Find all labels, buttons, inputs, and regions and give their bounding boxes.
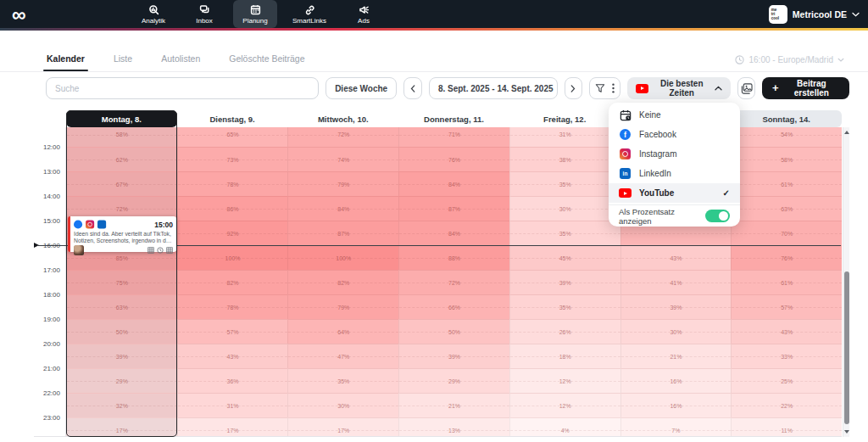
heat-cell-11:00-day1[interactable]: 65%	[177, 127, 288, 147]
heat-cell-13:00-day1[interactable]: 78%	[177, 171, 288, 196]
heat-cell-11:00-day3[interactable]: 71%	[398, 127, 509, 147]
day-header-0[interactable]: Montag, 8.	[66, 110, 177, 127]
day-header-6[interactable]: Sonntag, 14.	[731, 110, 842, 127]
heat-cell-18:00-day5[interactable]: 39%	[620, 294, 732, 319]
this-week-button[interactable]: Diese Woche	[326, 77, 397, 99]
heat-cell-23:00-day3[interactable]: 13%	[398, 417, 509, 437]
heat-cell-13:00-day0[interactable]: 67%	[66, 171, 177, 196]
account-menu[interactable]: metricool Metricool DE	[769, 0, 860, 28]
heat-cell-19:00-day5[interactable]: 30%	[620, 319, 732, 344]
heat-cell-14:00-day3[interactable]: 87%	[398, 196, 509, 221]
heat-cell-17:00-day6[interactable]: 61%	[731, 270, 842, 294]
heat-cell-15:00-day4[interactable]: 35%	[509, 221, 620, 245]
best-times-button[interactable]: Die besten Zeiten	[627, 77, 731, 99]
heat-cell-21:00-day1[interactable]: 36%	[177, 368, 288, 393]
heat-cell-18:00-day6[interactable]: 57%	[731, 294, 842, 319]
heat-cell-21:00-day5[interactable]: 16%	[620, 368, 732, 393]
day-header-4[interactable]: Freitag, 12.	[509, 110, 620, 127]
heat-cell-14:00-day6[interactable]: 63%	[731, 196, 842, 221]
heat-cell-15:00-day3[interactable]: 84%	[398, 221, 509, 245]
heat-cell-19:00-day1[interactable]: 57%	[177, 319, 288, 344]
nav-item-ads[interactable]: Ads	[342, 0, 386, 28]
heat-cell-12:00-day1[interactable]: 73%	[177, 147, 288, 171]
heat-cell-18:00-day2[interactable]: 79%	[287, 294, 398, 319]
heat-cell-11:00-day6[interactable]: 54%	[731, 127, 842, 147]
vertical-scrollbar[interactable]	[843, 127, 849, 437]
menu-option-facebook[interactable]: f Facebook	[609, 125, 740, 144]
menu-option-youtube[interactable]: YouTube✓	[609, 183, 740, 203]
grid-view-icon[interactable]	[147, 247, 154, 254]
heat-cell-18:00-day0[interactable]: 63%	[66, 294, 177, 319]
scroll-down-icon[interactable]	[844, 430, 849, 434]
heat-cell-11:00-day2[interactable]: 72%	[287, 127, 398, 147]
heat-cell-23:00-day6[interactable]: 11%	[731, 417, 842, 437]
nav-item-planung[interactable]: Planung	[233, 0, 277, 28]
heat-cell-15:00-day6[interactable]: 70%	[731, 221, 842, 245]
heat-cell-20:00-day0[interactable]: 39%	[66, 344, 177, 368]
heat-cell-18:00-day1[interactable]: 78%	[177, 294, 288, 319]
nav-item-analytik[interactable]: Analytik	[131, 0, 175, 28]
heat-cell-22:00-day5[interactable]: 16%	[620, 393, 732, 417]
heat-cell-13:00-day4[interactable]: 35%	[509, 171, 620, 196]
nav-item-smartlinks[interactable]: SmartLinks	[284, 0, 335, 28]
heat-cell-19:00-day0[interactable]: 50%	[66, 319, 177, 344]
bulk-posts-button[interactable]	[737, 77, 755, 99]
menu-option-linkedin[interactable]: in LinkedIn	[609, 164, 740, 183]
heat-cell-22:00-day4[interactable]: 12%	[509, 393, 620, 417]
heat-cell-16:00-day2[interactable]: 100%	[287, 245, 398, 270]
heat-cell-13:00-day6[interactable]: 61%	[731, 171, 842, 196]
heat-cell-16:00-day1[interactable]: 100%	[177, 245, 288, 270]
date-range-button[interactable]: 8. Sept. 2025 - 14. Sept. 2025	[429, 77, 558, 99]
heat-cell-17:00-day4[interactable]: 39%	[509, 270, 620, 294]
heat-cell-12:00-day0[interactable]: 62%	[66, 147, 177, 171]
heat-cell-20:00-day6[interactable]: 33%	[731, 344, 842, 368]
heat-cell-22:00-day2[interactable]: 30%	[287, 393, 398, 417]
heat-cell-13:00-day3[interactable]: 84%	[398, 171, 509, 196]
heat-cell-22:00-day6[interactable]: 22%	[731, 393, 842, 417]
heat-cell-21:00-day6[interactable]: 25%	[731, 368, 842, 393]
heat-cell-19:00-day3[interactable]: 50%	[398, 319, 509, 344]
heat-cell-17:00-day1[interactable]: 82%	[177, 270, 288, 294]
heat-cell-13:00-day2[interactable]: 79%	[287, 171, 398, 196]
nav-item-inbox[interactable]: Inbox	[182, 0, 226, 28]
tab-kalender[interactable]: Kalender	[47, 53, 85, 71]
heat-cell-18:00-day3[interactable]: 66%	[398, 294, 509, 319]
heat-cell-20:00-day2[interactable]: 47%	[287, 344, 398, 368]
search-input[interactable]	[46, 77, 319, 99]
tab-geloeschte[interactable]: Gelöschte Beiträge	[229, 53, 304, 71]
heat-cell-21:00-day2[interactable]: 35%	[287, 368, 398, 393]
timezone-indicator[interactable]: 16:00 - Europe/Madrid	[735, 55, 844, 64]
heat-cell-19:00-day6[interactable]: 43%	[731, 319, 842, 344]
heat-cell-21:00-day3[interactable]: 29%	[398, 368, 509, 393]
heat-cell-17:00-day0[interactable]: 75%	[66, 270, 177, 294]
percent-toggle-switch[interactable]	[705, 210, 730, 222]
prev-week-button[interactable]	[403, 77, 422, 99]
next-week-button[interactable]	[565, 77, 583, 99]
day-header-2[interactable]: Mittwoch, 10.	[287, 110, 398, 127]
heat-cell-11:00-day4[interactable]: 31%	[509, 127, 620, 147]
heat-cell-23:00-day2[interactable]: 17%	[287, 417, 398, 437]
heat-cell-22:00-day3[interactable]: 21%	[398, 393, 509, 417]
heat-cell-23:00-day4[interactable]: 4%	[509, 417, 620, 437]
heat-cell-14:00-day1[interactable]: 86%	[177, 196, 288, 221]
heat-cell-17:00-day2[interactable]: 82%	[287, 270, 398, 294]
menu-option-instagram[interactable]: Instagram	[609, 144, 740, 164]
day-header-3[interactable]: Donnerstag, 11.	[398, 110, 509, 127]
heat-cell-12:00-day2[interactable]: 74%	[287, 147, 398, 171]
heat-cell-19:00-day2[interactable]: 64%	[287, 319, 398, 344]
heat-cell-16:00-day6[interactable]: 76%	[731, 245, 842, 270]
heat-cell-16:00-day5[interactable]: 43%	[620, 245, 732, 270]
heat-cell-20:00-day4[interactable]: 18%	[509, 344, 620, 368]
heat-cell-14:00-day4[interactable]: 30%	[509, 196, 620, 221]
heat-cell-19:00-day4[interactable]: 26%	[509, 319, 620, 344]
heat-cell-12:00-day4[interactable]: 38%	[509, 147, 620, 171]
schedule-clock-icon[interactable]	[157, 247, 164, 254]
heat-cell-18:00-day4[interactable]: 35%	[509, 294, 620, 319]
day-header-1[interactable]: Dienstag, 9.	[177, 110, 288, 127]
heat-cell-23:00-day5[interactable]: 7%	[620, 417, 732, 437]
heat-cell-20:00-day3[interactable]: 39%	[398, 344, 509, 368]
heat-cell-22:00-day0[interactable]: 32%	[66, 393, 177, 417]
tab-liste[interactable]: Liste	[114, 53, 132, 71]
metricool-logo-icon[interactable]: ∞	[12, 2, 25, 27]
scrollbar-thumb[interactable]	[844, 271, 849, 424]
